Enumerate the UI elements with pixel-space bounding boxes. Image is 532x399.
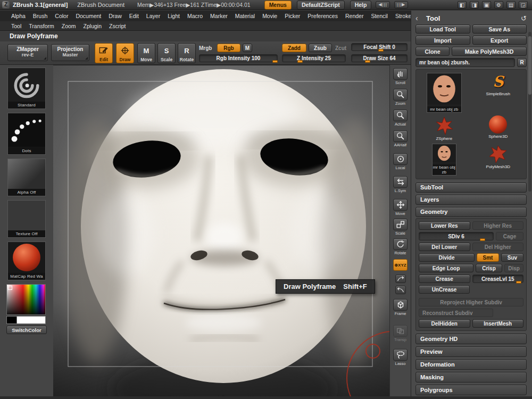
mrgb-button[interactable]: Mrgb [199, 45, 212, 51]
menu-preferences[interactable]: Preferences [304, 12, 342, 20]
rows-icon[interactable]: ▤ [506, 1, 516, 9]
simplebrush-tool[interactable]: S SimpleBrush [473, 73, 523, 113]
layers-section[interactable]: Layers [415, 195, 527, 205]
current-alpha-thumbnail[interactable]: Alpha Off [7, 159, 46, 196]
save-as-button[interactable]: Save As [472, 24, 527, 34]
menu-render[interactable]: Render [342, 12, 367, 20]
help-button[interactable]: Help [350, 1, 372, 10]
polygroups-section[interactable]: Polygroups [415, 385, 527, 395]
scale-button[interactable]: Scale [393, 219, 408, 236]
xyz-button[interactable]: ⊕XYZ [393, 259, 408, 271]
draw-size-slider[interactable]: Draw Size 64 [351, 54, 408, 62]
smt-button[interactable]: Smt [477, 253, 499, 262]
menu-picker[interactable]: Picker [281, 12, 304, 20]
move-button[interactable]: Move [393, 199, 408, 216]
active-tool-thumbnail[interactable]: mr bean obj zb [419, 73, 469, 113]
rgb-intensity-slider[interactable]: Rgb Intensity 100 [199, 54, 278, 62]
z-intensity-slider[interactable]: Z Intensity 25 [282, 54, 346, 62]
clone-button[interactable]: Clone [415, 47, 450, 56]
edge-loop-button[interactable]: Edge Loop [419, 264, 473, 272]
actual-button[interactable]: Actual [393, 110, 408, 127]
make-polymesh3d-button[interactable]: Make PolyMesh3D [452, 47, 527, 56]
panel-scrollbar-thumb[interactable] [528, 36, 531, 95]
menu-transform[interactable]: Transform [25, 22, 57, 30]
insertmesh-button[interactable]: InsertMesh [472, 319, 524, 328]
menu-edit[interactable]: Edit [126, 12, 143, 20]
scale-mode-button[interactable]: S Scale [157, 43, 176, 63]
zoom-button[interactable]: Zoom [393, 89, 408, 106]
secondary-color-swatch[interactable] [6, 316, 17, 324]
focal-shift-slider[interactable]: Focal Shift 0 [351, 43, 408, 51]
panel-toggle-right-icon[interactable]: ◨ [470, 1, 479, 9]
delhidden-button[interactable]: DelHidden [419, 319, 470, 328]
menu-scroll-right-button[interactable]: |||▶ [394, 1, 408, 9]
sdiv-slider[interactable]: SDiv 6 [419, 232, 494, 240]
frame-button[interactable]: Frame [393, 299, 408, 316]
collapse-panel-icon[interactable]: ‹ [415, 14, 424, 22]
aahalf-button[interactable]: AAHalf [393, 130, 408, 147]
arc1-button[interactable] [395, 275, 406, 283]
recent-head-tool[interactable]: mr bean obj zb [419, 144, 469, 176]
current-brush-thumbnail[interactable]: Standard [7, 68, 46, 109]
panel-toggle-left-icon[interactable]: ◧ [458, 1, 467, 9]
menu-layer[interactable]: Layer [143, 12, 164, 20]
menu-zoom[interactable]: Zoom [58, 22, 80, 30]
rgb-button[interactable]: Rgb [217, 44, 240, 52]
menu-light[interactable]: Light [164, 12, 184, 20]
corner-resize-icon[interactable]: ◲ [519, 1, 528, 9]
menu-alpha[interactable]: Alpha [7, 12, 29, 20]
zadd-button[interactable]: Zadd [282, 44, 306, 52]
zsub-button[interactable]: Zsub [309, 44, 332, 52]
menu-document[interactable]: Document [72, 12, 105, 20]
m-button[interactable]: M [243, 44, 252, 52]
edit-mode-button[interactable]: Edit [95, 43, 113, 63]
deformation-section[interactable]: Deformation [415, 359, 527, 370]
menu-tool[interactable]: Tool [7, 22, 25, 30]
menu-draw[interactable]: Draw [105, 12, 126, 20]
move-mode-button[interactable]: M Move [137, 43, 155, 63]
menu-macro[interactable]: Macro [184, 12, 206, 20]
lasso-button[interactable]: Lasso [393, 349, 408, 366]
crease-button[interactable]: Crease [419, 275, 470, 283]
subtool-section[interactable]: SubTool [415, 182, 527, 193]
rotate-button[interactable]: Rotate [393, 238, 408, 255]
menu-brush[interactable]: Brush [29, 12, 51, 20]
color-gradient-area[interactable] [6, 284, 46, 315]
menu-material[interactable]: Material [231, 12, 259, 20]
lower-res-button[interactable]: Lower Res [419, 221, 470, 230]
crisp-button[interactable]: Crisp [476, 264, 502, 272]
crease-lvl-slider[interactable]: CreaseLvl 15 [472, 275, 524, 283]
geometry-hd-section[interactable]: Geometry HD [415, 334, 527, 344]
local-button[interactable]: Local [393, 153, 408, 170]
draw-mode-button[interactable]: Draw [116, 43, 134, 63]
sphere3d-tool[interactable]: Sphere3D [473, 115, 523, 141]
masking-section[interactable]: Masking [415, 372, 527, 383]
zsphere-tool[interactable]: ZSphere [419, 115, 469, 141]
uncrease-button[interactable]: UnCrease [419, 285, 470, 294]
menu-zplugin[interactable]: Zplugin [80, 22, 105, 30]
load-tool-button[interactable]: Load Tool [415, 24, 470, 34]
geometry-section[interactable]: Geometry [415, 207, 527, 217]
menu-movie[interactable]: Movie [259, 12, 281, 20]
projection-master-button[interactable]: ProjectionMaster [51, 44, 89, 61]
reset-palette-icon[interactable]: ↺ [521, 14, 527, 22]
del-lower-button[interactable]: Del Lower [419, 243, 470, 251]
rename-button[interactable]: R [517, 58, 527, 67]
default-zscript-button[interactable]: DefaultZScript [297, 1, 345, 10]
current-texture-thumbnail[interactable]: Texture Off [7, 200, 46, 238]
zmapper-button[interactable]: ZMapperrev-E [7, 44, 48, 61]
arc2-button[interactable] [395, 286, 406, 294]
settings-icon[interactable]: ⚙ [494, 1, 503, 9]
suv-button[interactable]: Suv [501, 253, 523, 262]
menu-stencil[interactable]: Stencil [367, 12, 392, 20]
menu-color[interactable]: Color [51, 12, 72, 20]
lsym-button[interactable]: L.Sym [393, 176, 408, 193]
scroll-button[interactable]: Scroll [393, 68, 408, 85]
menu-zscript[interactable]: Zscript [105, 22, 130, 30]
menu-marker[interactable]: Marker [206, 12, 231, 20]
document-canvas[interactable]: Draw Polyframe Shift+F ▲▼ [53, 65, 389, 399]
panel-scrollbar[interactable] [528, 32, 531, 192]
tool-name-field[interactable]: mr bean obj zbursh. [415, 58, 515, 67]
current-stroke-thumbnail[interactable]: Dots [7, 113, 46, 154]
export-button[interactable]: Export [472, 36, 527, 45]
